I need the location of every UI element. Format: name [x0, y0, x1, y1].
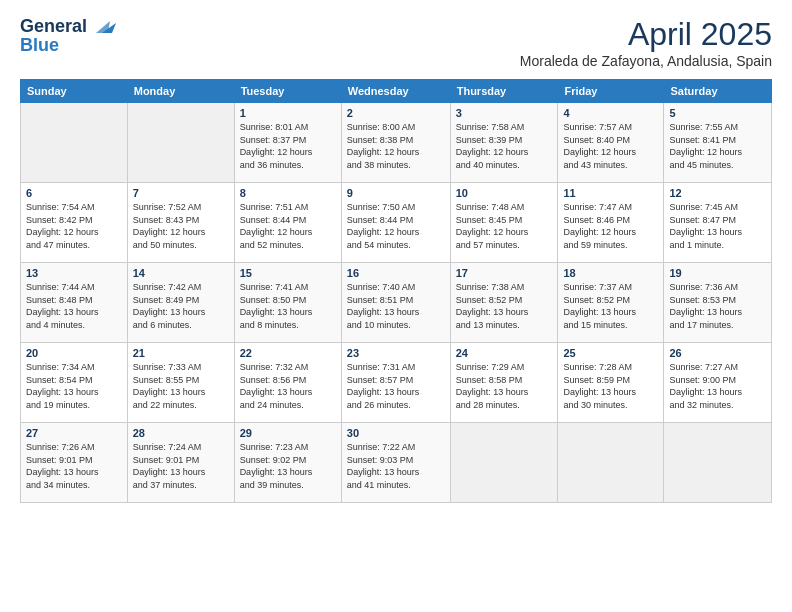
calendar-cell: 21Sunrise: 7:33 AM Sunset: 8:55 PM Dayli… — [127, 343, 234, 423]
day-number: 29 — [240, 427, 336, 439]
calendar-week-3: 13Sunrise: 7:44 AM Sunset: 8:48 PM Dayli… — [21, 263, 772, 343]
day-info: Sunrise: 7:44 AM Sunset: 8:48 PM Dayligh… — [26, 281, 122, 331]
calendar-cell: 6Sunrise: 7:54 AM Sunset: 8:42 PM Daylig… — [21, 183, 128, 263]
calendar-cell: 23Sunrise: 7:31 AM Sunset: 8:57 PM Dayli… — [341, 343, 450, 423]
location-subtitle: Moraleda de Zafayona, Andalusia, Spain — [520, 53, 772, 69]
day-number: 30 — [347, 427, 445, 439]
title-block: April 2025 Moraleda de Zafayona, Andalus… — [520, 16, 772, 69]
day-info: Sunrise: 7:47 AM Sunset: 8:46 PM Dayligh… — [563, 201, 658, 251]
day-info: Sunrise: 7:33 AM Sunset: 8:55 PM Dayligh… — [133, 361, 229, 411]
day-info: Sunrise: 7:31 AM Sunset: 8:57 PM Dayligh… — [347, 361, 445, 411]
calendar-cell: 2Sunrise: 8:00 AM Sunset: 8:38 PM Daylig… — [341, 103, 450, 183]
calendar-cell: 20Sunrise: 7:34 AM Sunset: 8:54 PM Dayli… — [21, 343, 128, 423]
calendar-cell: 1Sunrise: 8:01 AM Sunset: 8:37 PM Daylig… — [234, 103, 341, 183]
day-info: Sunrise: 7:45 AM Sunset: 8:47 PM Dayligh… — [669, 201, 766, 251]
day-info: Sunrise: 7:27 AM Sunset: 9:00 PM Dayligh… — [669, 361, 766, 411]
day-number: 21 — [133, 347, 229, 359]
calendar-cell: 26Sunrise: 7:27 AM Sunset: 9:00 PM Dayli… — [664, 343, 772, 423]
calendar-week-4: 20Sunrise: 7:34 AM Sunset: 8:54 PM Dayli… — [21, 343, 772, 423]
calendar-cell — [127, 103, 234, 183]
day-info: Sunrise: 7:34 AM Sunset: 8:54 PM Dayligh… — [26, 361, 122, 411]
day-info: Sunrise: 7:55 AM Sunset: 8:41 PM Dayligh… — [669, 121, 766, 171]
svg-marker-1 — [96, 21, 110, 33]
day-number: 22 — [240, 347, 336, 359]
day-number: 13 — [26, 267, 122, 279]
day-number: 27 — [26, 427, 122, 439]
col-header-thursday: Thursday — [450, 80, 558, 103]
calendar-cell: 19Sunrise: 7:36 AM Sunset: 8:53 PM Dayli… — [664, 263, 772, 343]
calendar-cell: 30Sunrise: 7:22 AM Sunset: 9:03 PM Dayli… — [341, 423, 450, 503]
calendar-cell — [664, 423, 772, 503]
day-number: 20 — [26, 347, 122, 359]
day-number: 19 — [669, 267, 766, 279]
calendar-cell: 10Sunrise: 7:48 AM Sunset: 8:45 PM Dayli… — [450, 183, 558, 263]
col-header-wednesday: Wednesday — [341, 80, 450, 103]
page-header: General Blue April 2025 Moraleda de Zafa… — [20, 16, 772, 69]
day-number: 2 — [347, 107, 445, 119]
day-info: Sunrise: 7:41 AM Sunset: 8:50 PM Dayligh… — [240, 281, 336, 331]
day-number: 24 — [456, 347, 553, 359]
calendar-cell: 15Sunrise: 7:41 AM Sunset: 8:50 PM Dayli… — [234, 263, 341, 343]
calendar-cell: 27Sunrise: 7:26 AM Sunset: 9:01 PM Dayli… — [21, 423, 128, 503]
day-number: 16 — [347, 267, 445, 279]
calendar-cell: 7Sunrise: 7:52 AM Sunset: 8:43 PM Daylig… — [127, 183, 234, 263]
day-number: 8 — [240, 187, 336, 199]
logo-text: General — [20, 16, 116, 37]
day-info: Sunrise: 7:57 AM Sunset: 8:40 PM Dayligh… — [563, 121, 658, 171]
day-info: Sunrise: 7:52 AM Sunset: 8:43 PM Dayligh… — [133, 201, 229, 251]
calendar-header-row: SundayMondayTuesdayWednesdayThursdayFrid… — [21, 80, 772, 103]
day-info: Sunrise: 7:28 AM Sunset: 8:59 PM Dayligh… — [563, 361, 658, 411]
calendar-cell: 18Sunrise: 7:37 AM Sunset: 8:52 PM Dayli… — [558, 263, 664, 343]
day-number: 7 — [133, 187, 229, 199]
day-info: Sunrise: 7:29 AM Sunset: 8:58 PM Dayligh… — [456, 361, 553, 411]
calendar-cell: 22Sunrise: 7:32 AM Sunset: 8:56 PM Dayli… — [234, 343, 341, 423]
calendar-cell — [558, 423, 664, 503]
calendar-cell: 24Sunrise: 7:29 AM Sunset: 8:58 PM Dayli… — [450, 343, 558, 423]
day-number: 11 — [563, 187, 658, 199]
logo: General Blue — [20, 16, 116, 56]
day-info: Sunrise: 7:22 AM Sunset: 9:03 PM Dayligh… — [347, 441, 445, 491]
calendar-week-5: 27Sunrise: 7:26 AM Sunset: 9:01 PM Dayli… — [21, 423, 772, 503]
calendar-cell: 16Sunrise: 7:40 AM Sunset: 8:51 PM Dayli… — [341, 263, 450, 343]
day-info: Sunrise: 7:38 AM Sunset: 8:52 PM Dayligh… — [456, 281, 553, 331]
calendar-cell: 11Sunrise: 7:47 AM Sunset: 8:46 PM Dayli… — [558, 183, 664, 263]
col-header-friday: Friday — [558, 80, 664, 103]
calendar-cell: 12Sunrise: 7:45 AM Sunset: 8:47 PM Dayli… — [664, 183, 772, 263]
calendar-cell: 28Sunrise: 7:24 AM Sunset: 9:01 PM Dayli… — [127, 423, 234, 503]
calendar-cell: 3Sunrise: 7:58 AM Sunset: 8:39 PM Daylig… — [450, 103, 558, 183]
month-title: April 2025 — [520, 16, 772, 53]
day-info: Sunrise: 8:00 AM Sunset: 8:38 PM Dayligh… — [347, 121, 445, 171]
day-number: 3 — [456, 107, 553, 119]
calendar-cell: 17Sunrise: 7:38 AM Sunset: 8:52 PM Dayli… — [450, 263, 558, 343]
calendar-cell: 8Sunrise: 7:51 AM Sunset: 8:44 PM Daylig… — [234, 183, 341, 263]
calendar-cell — [450, 423, 558, 503]
day-number: 26 — [669, 347, 766, 359]
day-number: 18 — [563, 267, 658, 279]
calendar-cell: 25Sunrise: 7:28 AM Sunset: 8:59 PM Dayli… — [558, 343, 664, 423]
day-info: Sunrise: 7:51 AM Sunset: 8:44 PM Dayligh… — [240, 201, 336, 251]
day-number: 12 — [669, 187, 766, 199]
logo-blue: Blue — [20, 35, 59, 56]
day-number: 6 — [26, 187, 122, 199]
day-number: 1 — [240, 107, 336, 119]
calendar-cell: 14Sunrise: 7:42 AM Sunset: 8:49 PM Dayli… — [127, 263, 234, 343]
col-header-sunday: Sunday — [21, 80, 128, 103]
calendar-week-1: 1Sunrise: 8:01 AM Sunset: 8:37 PM Daylig… — [21, 103, 772, 183]
day-info: Sunrise: 7:36 AM Sunset: 8:53 PM Dayligh… — [669, 281, 766, 331]
calendar-cell: 5Sunrise: 7:55 AM Sunset: 8:41 PM Daylig… — [664, 103, 772, 183]
day-number: 9 — [347, 187, 445, 199]
calendar-cell: 13Sunrise: 7:44 AM Sunset: 8:48 PM Dayli… — [21, 263, 128, 343]
day-info: Sunrise: 8:01 AM Sunset: 8:37 PM Dayligh… — [240, 121, 336, 171]
day-number: 25 — [563, 347, 658, 359]
calendar-cell: 4Sunrise: 7:57 AM Sunset: 8:40 PM Daylig… — [558, 103, 664, 183]
day-info: Sunrise: 7:58 AM Sunset: 8:39 PM Dayligh… — [456, 121, 553, 171]
day-number: 15 — [240, 267, 336, 279]
day-number: 10 — [456, 187, 553, 199]
day-number: 5 — [669, 107, 766, 119]
day-info: Sunrise: 7:54 AM Sunset: 8:42 PM Dayligh… — [26, 201, 122, 251]
calendar-cell: 29Sunrise: 7:23 AM Sunset: 9:02 PM Dayli… — [234, 423, 341, 503]
day-info: Sunrise: 7:37 AM Sunset: 8:52 PM Dayligh… — [563, 281, 658, 331]
calendar-cell: 9Sunrise: 7:50 AM Sunset: 8:44 PM Daylig… — [341, 183, 450, 263]
col-header-saturday: Saturday — [664, 80, 772, 103]
calendar-week-2: 6Sunrise: 7:54 AM Sunset: 8:42 PM Daylig… — [21, 183, 772, 263]
